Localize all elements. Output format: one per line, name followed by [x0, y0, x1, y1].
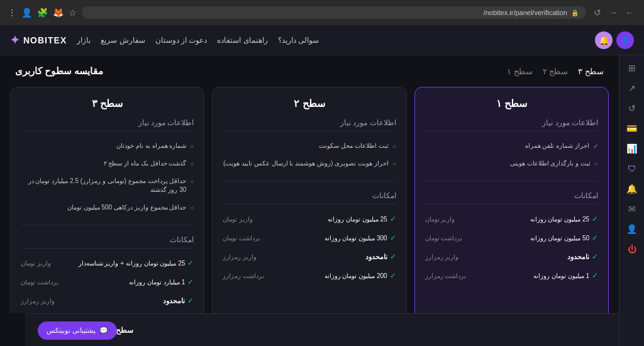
check-icon: ✓ — [593, 143, 598, 150]
level3-cap1: ✓ 25 میلیون تومان روزانه + واریز شناسه‌د… — [21, 259, 194, 267]
share-icon[interactable]: ↗ — [628, 83, 636, 93]
level3-req1: ○ شماره همراه به نام خودتان — [21, 142, 194, 150]
level2-cap1: ✓ 25 میلیون تومان روزانه واریز تومان — [223, 215, 396, 223]
level3-req4-text: حداقل مجموع واریز درکاهی 500 میلیون توما… — [21, 203, 186, 212]
logo-icon: ✦ — [10, 33, 19, 47]
level2-cap1-text: 25 میلیون تومان روزانه — [328, 216, 387, 223]
level3-cap-title: امکانات — [21, 235, 194, 248]
page-title: مقایسه سطوح کاربری — [15, 65, 103, 77]
forward-button[interactable]: → — [606, 6, 620, 19]
check-green9: ✓ — [187, 259, 194, 267]
level1-cap2-label: برداشت تومان — [425, 235, 463, 242]
support-button[interactable]: 💬 پشتیبانی نوبیتکس — [38, 321, 117, 340]
level1-cap2: ✓ 50 میلیون تومان روزانه برداشت تومان — [425, 233, 598, 242]
check-green3: ✓ — [592, 252, 598, 261]
refresh-button[interactable]: ↺ — [591, 6, 604, 19]
navbar-left: 👤 🔔 — [595, 31, 634, 49]
level2-req1: ○ ثبت اطلاعات محل سکونت — [223, 142, 396, 150]
level1-req2-text: ثبت و بارگذاری اطلاعات هویتی — [425, 159, 591, 168]
email-icon[interactable]: ✉ — [628, 204, 636, 214]
profile-icon[interactable]: 👤 — [21, 8, 32, 18]
notification-bell[interactable]: 🔔 — [595, 31, 613, 49]
check-green4: ✓ — [592, 271, 598, 280]
tab-level1[interactable]: سطح ۱ — [507, 67, 533, 76]
level2-req1-text: ثبت اطلاعات محل سکونت — [223, 142, 388, 150]
level2-cap4-value: ✓ 200 میلیون تومان روزانه — [325, 271, 396, 280]
refresh-sidebar-icon[interactable]: ↺ — [628, 103, 636, 113]
circle-icon3: ○ — [392, 160, 396, 167]
level1-cap4: ✓ 1 میلیون تومان روزانه برداشت رمزارز — [425, 271, 598, 280]
page-title-bar: سطح ۳ سطح ۲ سطح ۱ مقایسه سطوح کاربری — [10, 65, 609, 77]
level2-cap3-label: واریز رمزارز — [223, 254, 257, 260]
level1-cap1-value: ✓ 25 میلیون تومان روزانه — [530, 215, 598, 223]
menu-icon[interactable]: ⋮ — [8, 8, 16, 18]
level1-cap-title: امکانات — [425, 191, 598, 204]
address-bar[interactable]: 🔒 nobitex.ir/panel/verification/ — [82, 6, 586, 19]
check-green1: ✓ — [592, 215, 598, 223]
check-green5: ✓ — [390, 215, 396, 223]
level3-cap2-value: ✓ 1 میلیارد تومان روزانه — [129, 277, 194, 286]
level3-cap3-label: واریز رمزارز — [21, 298, 55, 304]
level2-cap3-text: نامحدود — [365, 253, 387, 261]
level2-cap3: ✓ نامحدود واریز رمزارز — [223, 252, 396, 261]
level2-cap-title: امکانات — [223, 191, 396, 204]
chart-icon[interactable]: 📊 — [626, 143, 637, 153]
level3-cap3-value: ✓ نامحدود — [163, 296, 194, 305]
divider3 — [21, 225, 194, 225]
level2-cap4-label: برداشت رمزارز — [223, 272, 264, 279]
level3-card: سطح ۳ اطلاعات مورد نیاز ○ شماره همراه به… — [10, 87, 204, 313]
navbar: 👤 🔔 سوالی دارید؟ راهنمای استفاده دعوت از… — [0, 25, 644, 55]
bell-sidebar-icon[interactable]: 🔔 — [626, 184, 637, 194]
level1-cap4-text: 1 میلیون تومان روزانه — [533, 272, 589, 279]
url-text: nobitex.ir/panel/verification/ — [484, 9, 567, 16]
level3-req3: ○ حداقل پرداخت مجموع (تومانی و رمزارز) 2… — [21, 177, 194, 194]
level1-cap2-text: 50 میلیون تومان روزانه — [530, 235, 589, 242]
fox-icon[interactable]: 🦊 — [53, 8, 64, 18]
browser-nav[interactable]: ← → ↺ — [591, 6, 636, 19]
level1-req1-text: احراز شماره تلفن همراه — [425, 142, 589, 150]
level3-title: سطح ۳ — [21, 98, 194, 109]
circle-icon7: ○ — [190, 204, 194, 211]
cards-container: سطح ۱ اطلاعات مورد نیاز ✓ احراز شماره تل… — [10, 87, 609, 313]
level1-title: سطح ۱ — [425, 98, 598, 109]
level2-cap2-label: برداشت تومان — [223, 235, 260, 242]
nav-quick-order[interactable]: سفارش سریع — [101, 36, 145, 45]
avatar[interactable]: 👤 — [616, 31, 634, 49]
level1-cap2-value: ✓ 50 میلیون تومان روزانه — [530, 233, 598, 242]
grid-icon[interactable]: ⊞ — [628, 63, 636, 73]
browser-actions: ☆ 🦊 🧩 👤 ⋮ — [8, 8, 77, 18]
level3-cap2: ✓ 1 میلیارد تومان روزانه برداشت تومان — [21, 277, 194, 286]
check-green7: ✓ — [390, 252, 396, 261]
level1-cap4-label: برداشت رمزارز — [425, 272, 467, 279]
level1-cap1: ✓ 25 میلیون تومان روزانه واریز تومان — [425, 215, 598, 223]
nav-invite[interactable]: دعوت از دوستان — [155, 36, 208, 45]
shield-icon[interactable]: 🛡 — [628, 164, 636, 174]
back-button[interactable]: ← — [623, 6, 636, 19]
level3-cap2-label: برداشت تومان — [21, 279, 58, 286]
level3-cap1-text: 25 میلیون تومان روزانه + واریز شناسه‌دار — [79, 260, 186, 267]
avatar-area: 👤 🔔 — [595, 31, 634, 49]
level2-cap3-value: ✓ نامحدود — [365, 252, 396, 261]
tab-level3[interactable]: سطح ۳ — [578, 67, 604, 76]
check-green2: ✓ — [592, 233, 598, 242]
person-icon[interactable]: 👤 — [626, 224, 637, 234]
star-icon[interactable]: ☆ — [69, 8, 77, 18]
tab-level2[interactable]: سطح ۲ — [543, 67, 569, 76]
level3-cap1-label: واریز تومان — [21, 260, 51, 267]
nav-guide[interactable]: راهنمای استفاده — [217, 36, 267, 45]
level3-req-title: اطلاعات مورد نیاز — [21, 118, 194, 131]
circle-icon2: ○ — [392, 143, 396, 150]
circle-icon5: ○ — [190, 160, 194, 167]
level1-cap3-label: واریز رمزارز — [425, 254, 459, 260]
logout-icon[interactable]: ⏻ — [628, 244, 636, 254]
check-green11: ✓ — [187, 296, 194, 305]
puzzle-icon[interactable]: 🧩 — [37, 8, 48, 18]
logo-text: NOBITEX — [23, 35, 67, 45]
nav-question[interactable]: سوالی دارید؟ — [278, 36, 319, 45]
level1-cap3-text: نامحدود — [567, 253, 589, 261]
level1-card: سطح ۱ اطلاعات مورد نیاز ✓ احراز شماره تل… — [414, 87, 609, 313]
nav-market[interactable]: بازار — [77, 36, 91, 45]
check-green10: ✓ — [187, 277, 194, 286]
wallet-icon[interactable]: 💳 — [626, 123, 637, 133]
circle-icon4: ○ — [190, 143, 194, 150]
